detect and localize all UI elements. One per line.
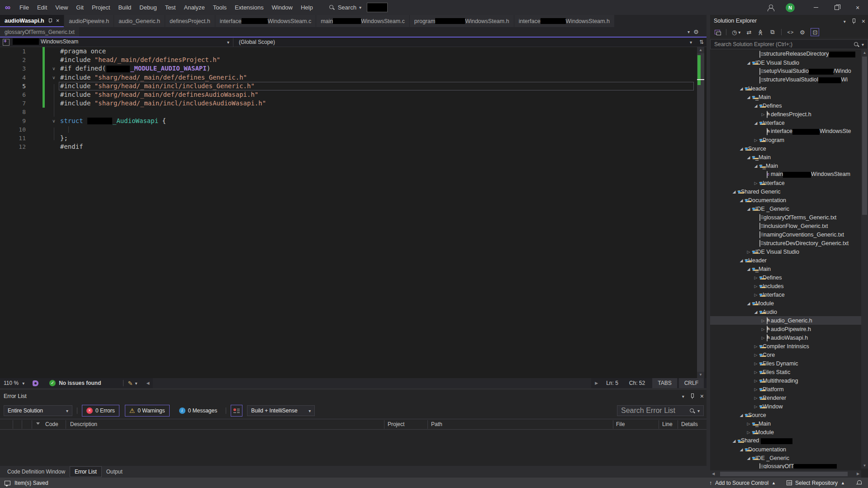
close-icon[interactable]: × [700, 393, 704, 400]
split-editor-icon[interactable]: ⇅ [697, 39, 707, 45]
scroll-right-icon[interactable]: ▶ [592, 381, 601, 385]
expander-closed-icon[interactable]: ▷ [752, 181, 759, 185]
tree-item[interactable]: ◢_Main [710, 93, 861, 101]
scroll-down-icon[interactable]: ▼ [697, 372, 704, 378]
close-tab-icon[interactable]: × [56, 17, 60, 24]
scroll-down-icon[interactable]: ▼ [861, 463, 868, 469]
document-tab[interactable]: mainWindowsSteam.c [316, 15, 409, 27]
expander-closed-icon[interactable]: ▷ [759, 327, 767, 332]
scroll-left-icon[interactable]: ◀ [143, 381, 152, 385]
type-dropdown[interactable]: WindowsSteam ▾ [13, 38, 233, 47]
tree-item[interactable]: inclusionFlow_Generic.txt [710, 222, 861, 230]
scroll-up-icon[interactable]: ▲ [697, 47, 704, 53]
menu-project[interactable]: Project [88, 0, 114, 15]
search-control[interactable]: Search ▾ [329, 4, 361, 11]
tree-item[interactable]: ◢Defines [710, 101, 861, 110]
tab-list-dropdown-icon[interactable]: ▾ [688, 29, 690, 34]
window-position-dropdown-icon[interactable]: ▾ [844, 19, 846, 24]
expander-open-icon[interactable]: ◢ [745, 456, 752, 460]
expander-open-icon[interactable]: ◢ [738, 447, 745, 452]
document-tab[interactable]: programWindowsSteam.h [410, 15, 514, 27]
feedback-icon[interactable] [768, 5, 776, 11]
menu-window[interactable]: Window [268, 0, 297, 15]
expander-closed-icon[interactable]: ▷ [752, 138, 759, 142]
document-tab[interactable]: glossaryOfTerms_Generic.txt [0, 27, 79, 37]
line-ending-indicator[interactable]: CRLF [679, 378, 704, 388]
expander-closed-icon[interactable]: ▷ [752, 404, 759, 409]
pin-tab-icon[interactable] [48, 18, 52, 23]
menu-help[interactable]: Help [297, 0, 317, 15]
tree-item[interactable]: ▷Core [710, 351, 861, 359]
tree-item[interactable]: hinterfaceWindowsSte [710, 127, 861, 136]
column-header-path[interactable]: Path [431, 421, 442, 427]
column-header-line[interactable]: Line [662, 421, 673, 427]
menu-debug[interactable]: Debug [135, 0, 161, 15]
collapse-all-icon[interactable]: ≪ [757, 28, 764, 36]
tree-item[interactable]: ◢_Main [710, 153, 861, 161]
properties-icon[interactable]: ⚙ [799, 28, 806, 36]
window-position-dropdown-icon[interactable]: ▾ [682, 394, 684, 399]
expander-open-icon[interactable]: ◢ [738, 147, 745, 151]
switch-views-icon[interactable] [714, 28, 721, 36]
tree-item[interactable]: ▷Files Static [710, 368, 861, 376]
expander-closed-icon[interactable]: ▷ [752, 396, 759, 400]
member-dropdown[interactable]: (Global Scope) ▾ [233, 38, 697, 47]
add-to-source-control-button[interactable]: ↑ Add to Source Control ▲ [706, 480, 779, 486]
tree-item[interactable]: ▷Platform [710, 385, 861, 393]
menu-extensions[interactable]: Extensions [231, 0, 268, 15]
tree-item[interactable]: ◢Header [710, 84, 861, 93]
tree-item[interactable]: ◢Audio [710, 308, 861, 316]
column-indicator[interactable]: Ch: 52 [624, 380, 650, 386]
close-icon[interactable]: × [862, 18, 865, 25]
tree-item[interactable]: cmainWindowsSteam [710, 170, 861, 179]
pin-icon[interactable] [852, 19, 856, 24]
expander-closed-icon[interactable]: ▷ [752, 370, 759, 374]
restore-button[interactable] [826, 0, 847, 15]
expander-open-icon[interactable]: ◢ [730, 190, 738, 194]
tree-item[interactable]: glossaryOfTerms_Generic.txt [710, 213, 861, 222]
expander-open-icon[interactable]: ◢ [738, 86, 745, 91]
tree-item[interactable]: ▷Includes [710, 282, 861, 290]
tree-item[interactable]: ◢IDE _Generic [710, 204, 861, 213]
tree-item[interactable]: ◢Source [710, 144, 861, 153]
tree-item[interactable]: ◢_Main [710, 161, 861, 170]
warnings-filter-button[interactable]: ⚠ 0 Warnings [125, 405, 170, 417]
show-details-toggle[interactable] [231, 405, 242, 417]
notifications-bell-icon[interactable] [857, 480, 862, 485]
expander-closed-icon[interactable]: ▷ [752, 361, 759, 366]
tree-item[interactable]: ◢Shared Generic [710, 187, 861, 196]
tree-item[interactable]: ◢Module [710, 299, 861, 308]
document-tab[interactable]: interfaceWindowsSteam.c [215, 15, 316, 27]
menu-edit[interactable]: Edit [33, 0, 51, 15]
minimize-button[interactable] [806, 0, 826, 15]
fold-toggle-icon[interactable]: ∨ [50, 64, 58, 73]
document-tab[interactable]: definesProject.h [165, 15, 215, 27]
expander-closed-icon[interactable]: ▷ [752, 284, 759, 289]
expander-open-icon[interactable]: ◢ [752, 310, 759, 314]
tree-item[interactable]: ▷haudioWasapi.h [710, 333, 861, 342]
tree-item[interactable]: glossaryOfT [710, 462, 861, 469]
menu-analyze[interactable]: Analyze [180, 0, 209, 15]
filter-column-icon[interactable] [36, 422, 40, 425]
expander-closed-icon[interactable]: ▷ [759, 336, 767, 340]
column-header-file[interactable]: File [616, 421, 625, 427]
column-header-details[interactable]: Details [681, 421, 698, 427]
tree-item[interactable]: ▷_Main [710, 419, 861, 428]
tree-item[interactable]: ▷Multithreading [710, 376, 861, 385]
document-tab[interactable]: audioWasapi.h× [0, 15, 64, 27]
tree-item[interactable]: structureVisualStudioIWi [710, 76, 861, 84]
tree-horizontal-scrollbar[interactable]: ◀ ▶ [710, 470, 861, 478]
tree-item[interactable]: ◢IDE Visual Studio [710, 58, 861, 67]
expander-open-icon[interactable]: ◢ [745, 155, 752, 160]
menu-test[interactable]: Test [161, 0, 180, 15]
tree-item[interactable]: setupVisualStudio/Windo [710, 67, 861, 76]
tree-item[interactable]: ▷Interface [710, 179, 861, 187]
line-indicator[interactable]: Ln: 5 [601, 380, 624, 386]
tree-item[interactable]: ◢Documentation [710, 445, 861, 454]
expander-open-icon[interactable]: ◢ [752, 121, 759, 125]
pin-icon[interactable] [690, 393, 694, 399]
menu-tools[interactable]: Tools [209, 0, 231, 15]
fold-toggle-icon[interactable]: ∨ [50, 73, 58, 82]
scroll-up-icon[interactable]: ▲ [861, 50, 868, 56]
error-list-search-input[interactable]: Search Error List ▾ [617, 405, 704, 416]
